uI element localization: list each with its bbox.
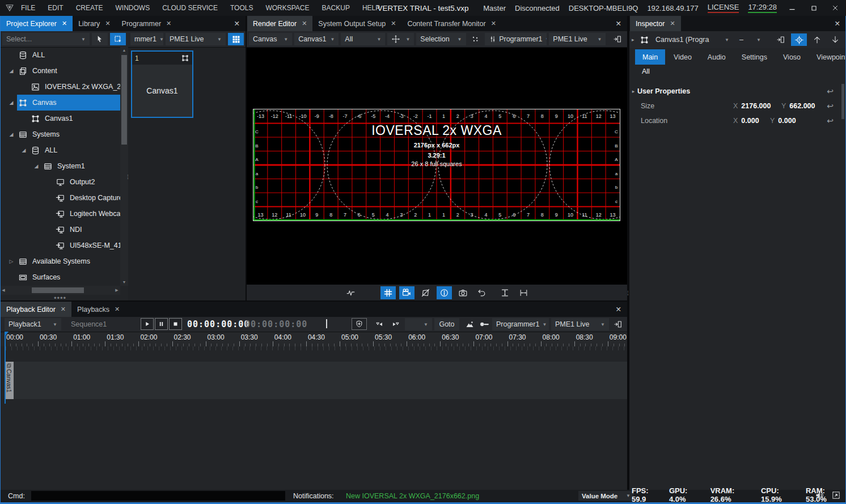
fit-vertical-button[interactable] (497, 286, 513, 299)
navigate-down-button[interactable] (827, 33, 843, 46)
expand-icon[interactable]: ▸ (632, 37, 637, 43)
menu-tools[interactable]: TOOLS (224, 0, 259, 16)
scroll-right-icon[interactable]: ▶ (113, 288, 120, 293)
inspector-scrollbar-thumb[interactable] (841, 84, 844, 119)
close-icon[interactable]: ✕ (166, 20, 171, 27)
menu-backup[interactable]: BACKUP (316, 0, 356, 16)
tab-settings[interactable]: Settings (734, 49, 775, 65)
tree-item-systems-all[interactable]: ◢ALL (0, 142, 120, 158)
tree-item-ui548[interactable]: UI548xSE-M_41020 (0, 238, 120, 253)
close-icon[interactable]: ✕ (105, 20, 110, 27)
marquee-select-button[interactable] (110, 33, 126, 45)
reset-icon[interactable]: ↩ (827, 116, 834, 125)
close-icon[interactable]: ✕ (62, 20, 67, 27)
location-x-field[interactable]: X 0.000 (733, 117, 759, 125)
show-content-button[interactable] (462, 318, 477, 331)
close-icon[interactable]: ✕ (115, 306, 120, 313)
scroll-left-icon[interactable]: ◀ (0, 288, 7, 293)
close-icon[interactable]: ✕ (670, 20, 675, 27)
panel-close-button[interactable]: ✕ (610, 302, 627, 317)
expand-icon[interactable]: ◢ (6, 132, 17, 137)
transform-mode-dropdown[interactable]: ▼ (387, 33, 414, 45)
scrollbar-thumb[interactable] (121, 55, 127, 145)
expand-status-button[interactable] (831, 490, 841, 500)
subtab-all[interactable]: All (629, 65, 846, 78)
reset-icon[interactable]: ↩ (827, 101, 834, 111)
maximize-button[interactable] (807, 2, 820, 14)
scroll-down-icon[interactable]: ▼ (122, 279, 126, 286)
playback-dropdown[interactable]: Playback1▼ (5, 318, 61, 331)
size-x-field[interactable]: X 2176.000 (733, 102, 771, 110)
pin-panel-button[interactable] (610, 33, 625, 45)
tab-video[interactable]: Video (666, 49, 699, 65)
tree-item-canvas1[interactable]: Canvas1 (0, 111, 120, 126)
follow-selection-button[interactable] (791, 33, 807, 46)
menu-workspace[interactable]: WORKSPACE (259, 0, 315, 16)
performance-graph-button[interactable] (343, 286, 358, 299)
panel-close-button[interactable]: ✕ (229, 16, 246, 31)
pin-panel-button[interactable] (610, 318, 626, 331)
stop-button[interactable] (169, 318, 182, 330)
menu-cloud-service[interactable]: CLOUD SERVICE (156, 0, 224, 16)
license-link[interactable]: LICENSE (708, 3, 739, 13)
audio-mute-button[interactable] (815, 490, 824, 500)
tab-playbacks[interactable]: Playbacks ✕ (71, 302, 125, 317)
menu-windows[interactable]: WINDOWS (109, 0, 156, 16)
pointer-tool-button[interactable] (92, 33, 108, 45)
navigate-up-button[interactable] (809, 33, 825, 46)
programmer1-dropdown[interactable]: Programmer1▼ (492, 318, 549, 331)
expand-icon[interactable]: ◢ (6, 100, 17, 105)
playhead-handle[interactable] (5, 332, 9, 337)
canvas1-thumbnail-card[interactable]: 1 Canvas1 (131, 50, 193, 118)
tree-vertical-scrollbar[interactable]: ▲ ▼ (120, 47, 128, 286)
tree-item-system1[interactable]: ◢System1 (0, 158, 120, 174)
playhead[interactable] (5, 332, 6, 404)
canvas1-track-row[interactable] (14, 362, 627, 399)
play-button[interactable] (141, 318, 154, 330)
pme-live-dropdown[interactable]: PME1 Live ▼ (166, 33, 226, 45)
scroll-up-icon[interactable]: ▲ (122, 47, 126, 54)
expand-icon[interactable]: ▸ (629, 88, 637, 94)
pin-inspector-button[interactable] (773, 33, 789, 46)
tree-item-output2[interactable]: Output2 (0, 174, 120, 190)
pme-live-dropdown[interactable]: PME1 Live▼ (549, 33, 606, 45)
cue-select-dropdown[interactable]: ▼ (405, 318, 432, 331)
tab-render-editor[interactable]: Render Editor ✕ (247, 16, 312, 31)
inspected-object-dropdown[interactable]: Canvas1 (Progra▼ (652, 33, 733, 46)
panel-close-button[interactable]: ✕ (610, 16, 627, 31)
expand-icon[interactable]: ◢ (31, 163, 42, 169)
snap-points-button[interactable] (468, 33, 483, 45)
tab-playback-editor[interactable]: Playback Editor ✕ (1, 302, 71, 317)
menu-edit[interactable]: EDIT (41, 0, 69, 16)
tree-item-all[interactable]: ALL (0, 47, 120, 63)
menu-file[interactable]: FILE (15, 0, 41, 16)
tab-system-output-setup[interactable]: System Output Setup ✕ (312, 16, 401, 31)
track-mode-toggle[interactable] (476, 318, 492, 331)
tree-item-systems[interactable]: ◢Systems (0, 126, 120, 142)
show-grid-button[interactable] (380, 286, 396, 299)
reset-view-button[interactable] (474, 286, 489, 299)
tree-item-content[interactable]: ◢Content (0, 63, 120, 79)
programmer-dropdown-clipped[interactable]: mmer1 ▼ (130, 33, 163, 45)
next-cue-button[interactable] (388, 318, 404, 331)
close-button[interactable] (829, 2, 841, 14)
tab-content-transfer-monitor[interactable]: Content Transfer Monitor ✕ (401, 16, 501, 31)
close-icon[interactable]: ✕ (302, 20, 307, 27)
size-y-field[interactable]: Y 662.000 (781, 102, 815, 110)
tree-item-desktop-capture[interactable]: Desktop Capture (0, 190, 120, 206)
previous-cue-button[interactable] (371, 318, 387, 331)
tree-item-canvas[interactable]: ◢Canvas (0, 95, 120, 111)
grid-view-button[interactable] (228, 33, 244, 45)
timecode-secondary[interactable]: 00:00:00:00 (245, 318, 307, 331)
panel-close-button[interactable]: ✕ (829, 16, 846, 31)
timeline-ruler[interactable]: 00:0000:3001:0001:3002:0002:3003:0003:30… (0, 332, 627, 347)
tab-viewpoint[interactable]: Viewpoint (809, 49, 846, 65)
reset-icon[interactable]: ↩ (827, 87, 834, 96)
pause-button[interactable] (155, 318, 168, 330)
canvas1-dropdown[interactable]: Canvas1▼ (294, 33, 339, 45)
inspector-mode-dropdown[interactable]: –▼ (735, 33, 765, 46)
pme-live-dropdown[interactable]: PME1 Live▼ (551, 318, 609, 331)
expand-icon[interactable]: ◢ (6, 68, 17, 74)
layer-filter-dropdown[interactable]: All▼ (341, 33, 385, 45)
expand-icon[interactable]: ▷ (6, 259, 17, 264)
